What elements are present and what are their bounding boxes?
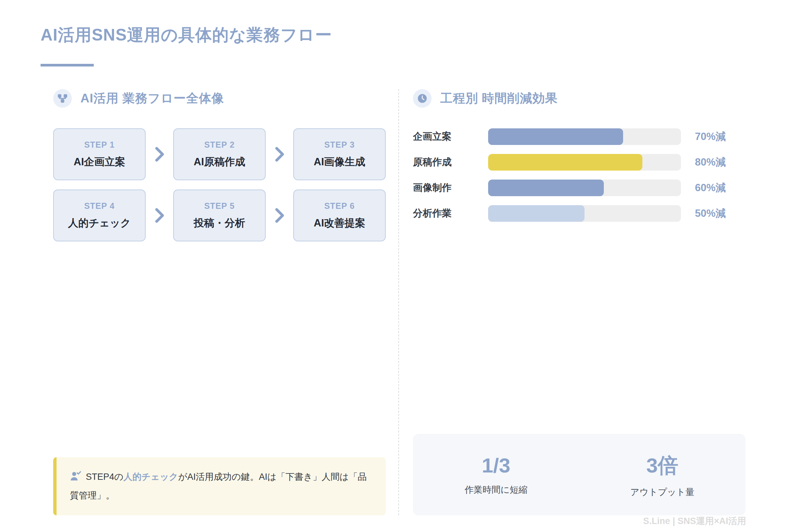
steps-grid: STEP 1 AI企画立案 STEP 2 AI原稿作成 STEP 3 AI画像生…	[53, 128, 386, 241]
step-card-1: STEP 1 AI企画立案	[53, 128, 146, 180]
bar-fill	[488, 154, 642, 171]
bar-track	[488, 154, 681, 171]
chevron-right-icon	[266, 207, 293, 224]
stat-time: 1/3 作業時間に短縮	[413, 454, 579, 496]
flow-section-header: AI活用 業務フロー全体像	[53, 89, 386, 108]
step-card-2: STEP 2 AI原稿作成	[173, 128, 266, 180]
stats-box: 1/3 作業時間に短縮 3倍 アウトプット量	[413, 434, 745, 515]
column-divider	[398, 89, 399, 515]
step-name: 人的チェック	[68, 216, 131, 230]
bar-fill	[488, 205, 585, 222]
chart-section-header: 工程別 時間削減効果	[413, 89, 745, 108]
bar-track	[488, 205, 681, 222]
step-name: AI原稿作成	[194, 155, 245, 169]
flow-icon	[53, 89, 72, 108]
bar-chart: 企画立案 70%減 原稿作成 80%減 画像制作 60%減 分析作業 50%減	[413, 128, 745, 222]
step-label: STEP 2	[204, 140, 235, 150]
bar-track	[488, 128, 681, 145]
chevron-right-icon	[146, 146, 173, 163]
bar-category-label: 画像制作	[413, 181, 488, 194]
step-card-3: STEP 3 AI画像生成	[293, 128, 386, 180]
stat-caption: アウトプット量	[630, 486, 695, 498]
step-name: AI企画立案	[74, 155, 125, 169]
note-box: STEP4の人的チェックがAI活用成功の鍵。AIは「下書き」人間は「品質管理」。	[53, 457, 386, 515]
note-text-prefix: STEP4の	[86, 472, 124, 482]
step-label: STEP 5	[204, 201, 235, 211]
chevron-right-icon	[146, 207, 173, 224]
step-label: STEP 1	[84, 140, 115, 150]
step-card-5: STEP 5 投稿・分析	[173, 190, 266, 241]
step-label: STEP 4	[84, 201, 115, 211]
stat-caption: 作業時間に短縮	[464, 484, 528, 496]
bar-value-label: 80%減	[695, 155, 745, 169]
bar-row: 画像制作 60%減	[413, 179, 745, 196]
bar-value-label: 60%減	[695, 181, 745, 195]
stat-value: 3倍	[646, 452, 678, 479]
title-underline	[41, 64, 94, 66]
bar-value-label: 50%減	[695, 207, 745, 221]
bar-row: 分析作業 50%減	[413, 205, 745, 222]
step-row-2: STEP 4 人的チェック STEP 5 投稿・分析 STEP 6 AI改善提案	[53, 190, 386, 241]
chart-section: 工程別 時間削減効果 企画立案 70%減 原稿作成 80%減 画像制作 60%減…	[413, 89, 745, 515]
footer-credit: S.Line | SNS運用×AI活用	[643, 515, 746, 527]
bar-value-label: 70%減	[695, 130, 745, 144]
flow-section-title: AI活用 業務フロー全体像	[80, 90, 224, 107]
step-row-1: STEP 1 AI企画立案 STEP 2 AI原稿作成 STEP 3 AI画像生…	[53, 128, 386, 180]
step-card-4: STEP 4 人的チェック	[53, 190, 146, 241]
step-name: AI画像生成	[314, 155, 365, 169]
page-title: AI活用SNS運用の具体的な業務フロー	[41, 24, 332, 46]
bar-row: 企画立案 70%減	[413, 128, 745, 145]
step-label: STEP 3	[324, 140, 355, 150]
step-label: STEP 6	[324, 201, 355, 211]
step-name: AI改善提案	[314, 216, 365, 230]
slide: AI活用SNS運用の具体的な業務フロー AI活用 業務フロー全体像 STEP 1…	[0, 0, 798, 532]
chart-section-title: 工程別 時間削減効果	[440, 90, 557, 107]
bar-category-label: 原稿作成	[413, 156, 488, 169]
stat-value: 1/3	[482, 454, 510, 477]
bar-row: 原稿作成 80%減	[413, 154, 745, 171]
flow-section: AI活用 業務フロー全体像 STEP 1 AI企画立案 STEP 2 AI原稿作…	[53, 89, 386, 515]
bar-fill	[488, 128, 623, 145]
chevron-right-icon	[266, 146, 293, 163]
bar-category-label: 企画立案	[413, 130, 488, 143]
note-text-highlight: 人的チェック	[124, 472, 178, 482]
stat-output: 3倍 アウトプット量	[579, 452, 745, 498]
person-check-icon	[70, 470, 81, 487]
bar-fill	[488, 179, 604, 196]
step-card-6: STEP 6 AI改善提案	[293, 190, 386, 241]
bar-track	[488, 179, 681, 196]
step-name: 投稿・分析	[194, 216, 245, 230]
clock-icon	[413, 89, 432, 108]
bar-category-label: 分析作業	[413, 207, 488, 220]
